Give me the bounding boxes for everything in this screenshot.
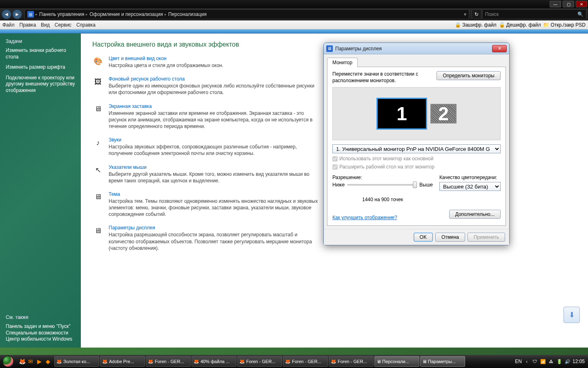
menu-edit[interactable]: Правка	[20, 22, 36, 28]
setting-link[interactable]: Тема	[109, 191, 321, 197]
setting-row: 🖼Фоновый рисунок рабочего столаВыберите …	[92, 76, 321, 96]
nav-back-button[interactable]: ◄	[2, 9, 11, 19]
menu-view[interactable]: Вид	[41, 22, 50, 28]
minimize-button[interactable]: —	[550, 1, 561, 7]
slider-thumb[interactable]	[413, 182, 417, 188]
ql-firefox-icon[interactable]: 🦊	[18, 357, 26, 366]
refresh-button[interactable]: ↻	[472, 9, 481, 19]
decrypt-file-button[interactable]: 🔓Дешифр. файл	[499, 22, 541, 28]
search-input[interactable]: Поиск 🔍	[482, 9, 586, 19]
taskbar-item[interactable]: 🦊40% файла ...	[192, 356, 236, 367]
start-button[interactable]	[1, 355, 16, 368]
tray-network-icon[interactable]: 🖧	[548, 358, 555, 365]
setting-link[interactable]: Параметры дисплея	[109, 225, 321, 231]
slider-low-label: Ниже	[332, 182, 345, 188]
setting-description: Настройка звуковых эффектов, сопровождаю…	[109, 144, 321, 157]
unlock-icon: 🔓	[499, 22, 505, 28]
breadcrumb-item[interactable]: Панель управления	[39, 11, 84, 17]
sidebar-link-accessibility[interactable]: Специальные возможности	[6, 330, 68, 336]
cancel-button[interactable]: Отмена	[435, 233, 465, 242]
tab-monitor[interactable]: Монитор	[327, 58, 358, 67]
dialog-close-button[interactable]: ✕	[492, 45, 507, 52]
primary-monitor-checkbox: Использовать этот монитор как основной	[332, 156, 501, 162]
apply-button: Применить	[468, 233, 505, 242]
ql-player-icon[interactable]: ▶	[35, 357, 43, 366]
setting-link[interactable]: Цвет и внешний вид окон	[109, 56, 321, 61]
tray-battery-icon[interactable]: 🔋	[556, 358, 563, 365]
menu-file[interactable]: Файл	[2, 22, 15, 28]
tray-wifi-icon[interactable]: 📶	[540, 358, 546, 365]
setting-row: 🎨Цвет и внешний вид оконНастройка цвета …	[92, 56, 321, 69]
task-icon: 🖥	[422, 359, 427, 364]
tray-expand-icon[interactable]: ‹	[523, 358, 530, 365]
advanced-button[interactable]: Дополнительно...	[449, 210, 501, 219]
menu-help[interactable]: Справка	[76, 22, 96, 28]
sidebar-link-font-size[interactable]: Изменить размер шрифта	[6, 64, 75, 71]
extend-desktop-checkbox: Расширить рабочий стол на этот монитор	[332, 164, 501, 170]
sidebar-link-desktop-icons[interactable]: Изменить значки рабочего стола	[6, 47, 75, 60]
taskbar-item[interactable]: 🦊Золотая ко...	[54, 356, 99, 367]
setting-link[interactable]: Фоновый рисунок рабочего стола	[109, 76, 321, 82]
setting-icon: ↖	[92, 164, 104, 176]
breadcrumb-item[interactable]: Персонализация	[168, 11, 207, 17]
monitor-2[interactable]: 2	[430, 104, 457, 123]
ql-app-icon[interactable]: ◆	[44, 357, 52, 366]
taskbar-item[interactable]: 🦊Foren - GER...	[283, 356, 328, 367]
setting-link[interactable]: Экранная заставка	[109, 103, 321, 109]
chevron-right-icon: ▸	[36, 12, 38, 16]
close-button[interactable]: ✕	[576, 1, 587, 7]
tray-shield-icon[interactable]: 🛡	[532, 358, 538, 365]
identify-monitors-button[interactable]: Определить мониторы	[437, 71, 501, 80]
maximize-button[interactable]: ▢	[563, 1, 574, 7]
color-quality-select[interactable]: Высшее (32 бита)	[439, 182, 501, 191]
tray-lang[interactable]: EN	[515, 359, 522, 364]
ql-mail-icon[interactable]: ✉	[27, 357, 35, 366]
taskbar-item[interactable]: 🦊Foren - GER...	[329, 356, 374, 367]
task-icon: 🦊	[148, 359, 154, 364]
chevron-down-icon[interactable]: ▾	[464, 11, 466, 17]
task-icon: 🦊	[194, 359, 199, 364]
setting-icon: 🖥	[92, 225, 104, 236]
color-quality-label: Качество цветопередачи:	[439, 175, 501, 180]
setting-row: ♪ЗвукиНастройка звуковых эффектов, сопро…	[92, 137, 321, 157]
improve-display-link[interactable]: Как улучшить отображение?	[332, 215, 397, 220]
ok-button[interactable]: OK	[414, 233, 433, 242]
nav-forward-button[interactable]: ►	[12, 9, 22, 19]
sidebar-link-taskbar[interactable]: Панель задач и меню ''Пуск''	[6, 323, 71, 329]
breadcrumb[interactable]: ⊞ ▸ Панель управления ▸ Оформление и пер…	[24, 9, 469, 19]
dialog-titlebar[interactable]: 🖥 Параметры дисплея ✕	[324, 43, 509, 54]
primary-monitor-check-input	[332, 156, 338, 162]
sidebar-link-projector[interactable]: Подключение к проектору или другому внеш…	[6, 75, 75, 94]
setting-link[interactable]: Звуки	[109, 137, 321, 143]
setting-description: Настройка разрешающей способности экрана…	[109, 231, 321, 251]
dialog-footer: OK Отмена Применить	[324, 229, 509, 245]
task-icon: 🖥	[376, 359, 381, 364]
setting-row: 🖥ТемаНастройка тем. Темы позволяют однов…	[92, 191, 321, 218]
taskbar-item[interactable]: 🦊Foren - GER...	[146, 356, 191, 367]
resolution-slider[interactable]	[347, 184, 417, 186]
task-label: Foren - GER...	[155, 359, 184, 364]
encrypt-file-button[interactable]: 🔒Зашифр. файл	[455, 22, 497, 28]
open-close-psd-button[interactable]: 📁Откр./закр PSD	[543, 22, 586, 28]
setting-description: Настройка тем. Темы позволяют одновремен…	[109, 198, 321, 218]
taskbar-item[interactable]: 🖥Персонали...	[374, 356, 419, 367]
taskbar-item[interactable]: 🖥Параметры...	[420, 356, 465, 367]
monitor-select[interactable]: 1. Универсальный монитор PnP на NVIDIA G…	[332, 144, 501, 153]
menubar: Файл Правка Вид Сервис Справка 🔒Зашифр. …	[0, 20, 588, 29]
download-icon[interactable]: ⬇	[564, 307, 580, 323]
monitor-arrangement[interactable]: 1 2	[332, 87, 501, 140]
task-label: 40% файла ...	[200, 359, 229, 364]
tray-volume-icon[interactable]: 🔊	[564, 358, 571, 365]
task-label: Золотая ко...	[63, 359, 90, 364]
tray-clock[interactable]: 12:05	[572, 359, 585, 364]
control-panel-icon: ⊞	[27, 11, 34, 18]
sidebar-link-mobility[interactable]: Центр мобильности Windows	[6, 336, 72, 342]
breadcrumb-item[interactable]: Оформление и персонализация	[89, 11, 163, 17]
setting-link[interactable]: Указатели мыши	[109, 164, 321, 170]
menu-tools[interactable]: Сервис	[55, 22, 71, 28]
taskbar-item[interactable]: 🦊Foren - GER...	[237, 356, 282, 367]
taskbar-item[interactable]: 🦊Adobe Pre...	[100, 356, 145, 367]
search-placeholder: Поиск	[485, 11, 499, 17]
monitor-1[interactable]: 1	[376, 98, 427, 130]
setting-icon: ♪	[92, 137, 104, 148]
